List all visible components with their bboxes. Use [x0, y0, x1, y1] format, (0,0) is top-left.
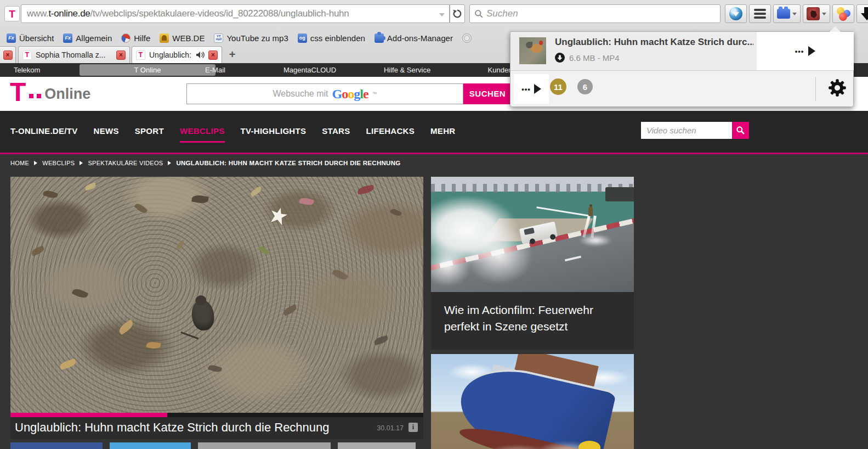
- webpage: Telekom T Online E-Mail MagentaCLOUD Hil…: [0, 63, 868, 449]
- topbar-item-magentacloud[interactable]: MagentaCLOUD: [269, 63, 351, 77]
- video-search-box[interactable]: [641, 122, 732, 139]
- bookmark-label: Allgemein: [76, 33, 112, 43]
- nav-items: T-ONLINE.DE/TV NEWS SPORT WEBCLIPS TV-HI…: [10, 126, 455, 136]
- screen: T www.t-online.de/tv/webclips/spektakula…: [0, 0, 868, 449]
- url-dropdown-icon[interactable]: [439, 13, 445, 16]
- tab-sophia-thomalla[interactable]: T Sophia Thomalla z... ×: [18, 46, 130, 63]
- logo-t-glyph: T: [10, 80, 26, 104]
- reload-button[interactable]: [450, 4, 465, 23]
- topbar-item-email[interactable]: E-Mail: [186, 63, 244, 77]
- share-facebook-button[interactable]: [10, 442, 103, 449]
- nav-item-lifehacks[interactable]: LIFEHACKS: [366, 126, 415, 136]
- ship-silhouette: [605, 187, 634, 201]
- close-tab-icon[interactable]: ×: [116, 50, 126, 60]
- bookmark-label: Add-ons-Manager: [387, 33, 453, 43]
- related-video-2-thumbnail[interactable]: [431, 354, 634, 449]
- info-icon[interactable]: i: [409, 423, 418, 432]
- queued-downloads-badge[interactable]: 6: [577, 79, 593, 94]
- share-button-gray-1[interactable]: [198, 442, 331, 449]
- browser-search-input[interactable]: [486, 5, 711, 22]
- navigation-toolbar: T www.t-online.de/tv/webclips/spektakula…: [0, 4, 868, 26]
- tab-fragment[interactable]: ×: [0, 46, 16, 63]
- related-video-1-caption[interactable]: Wie im Actionfilm: Feuerwehr perfekt in …: [431, 292, 634, 350]
- bookmark-webde[interactable]: WEB.DE: [160, 33, 205, 43]
- topbar-item-telekom[interactable]: Telekom: [14, 63, 47, 77]
- site-identity-favicon[interactable]: T: [4, 6, 20, 21]
- bookmark-addons-manager[interactable]: Add-ons-Manager: [375, 33, 453, 43]
- nav-item-sport[interactable]: SPORT: [135, 126, 164, 136]
- bookmark-globe[interactable]: [462, 33, 472, 43]
- bookmark-youtube-mp3[interactable]: YTmp3 YouTube zu mp3: [214, 33, 288, 43]
- close-tab-icon[interactable]: ×: [208, 50, 218, 60]
- breadcrumb-arrow-icon: [168, 161, 171, 165]
- play-icon: [534, 84, 541, 94]
- t-online-logo[interactable]: T Online: [10, 80, 90, 104]
- nav-item-tv[interactable]: T-ONLINE.DE/TV: [10, 126, 78, 136]
- related-video-1-thumbnail[interactable]: [431, 177, 634, 292]
- video-progress-bar[interactable]: [10, 413, 423, 417]
- share-twitter-button[interactable]: [110, 442, 191, 449]
- downloadhelper-button[interactable]: [832, 4, 854, 23]
- downloadhelper-balls-icon: [836, 7, 850, 21]
- topbar-item-hilfe-service[interactable]: Hilfe & Service: [367, 63, 447, 77]
- download-item-thumbnail: [519, 37, 546, 64]
- related-video-1-title: Wie im Actionfilm: Feuerwehr perfekt in …: [444, 302, 609, 335]
- flyboard-firefighter: [588, 207, 593, 216]
- bookmark-css-einblenden[interactable]: og css einblenden: [298, 33, 365, 43]
- download-item[interactable]: Unglaublich: Huhn macht Katze Strich dur…: [510, 32, 757, 71]
- nav-item-news[interactable]: NEWS: [94, 126, 119, 136]
- download-item-actions[interactable]: •••: [757, 32, 854, 71]
- downloads-button[interactable]: [856, 4, 868, 23]
- new-tab-button[interactable]: +: [225, 48, 240, 61]
- nav-item-mehr[interactable]: MEHR: [430, 126, 455, 136]
- hamburger-menu-icon: [754, 9, 766, 19]
- tab-unglaublich-active[interactable]: T Unglaublich: H... ×: [132, 46, 222, 63]
- browser-search-box[interactable]: [469, 4, 721, 23]
- red-addon-icon: [807, 7, 820, 20]
- bookmark-uebersicht[interactable]: Fx Übersicht: [7, 33, 54, 43]
- web-search-submit-button[interactable]: SUCHEN: [463, 83, 512, 104]
- addon-blue-button[interactable]: [773, 4, 801, 23]
- bookmark-label: css einblenden: [310, 33, 365, 43]
- web-search-box[interactable]: Websuche mit Google ™: [186, 83, 463, 104]
- google-trademark: ™: [372, 91, 377, 97]
- nav-item-stars[interactable]: STARS: [322, 126, 350, 136]
- nav-item-tv-highlights[interactable]: TV-HIGHLIGHTS: [241, 126, 307, 136]
- nav-item-webclips-active[interactable]: WEBCLIPS: [180, 126, 225, 136]
- texture-leaf: [249, 186, 263, 197]
- bookmark-hilfe[interactable]: Hilfe: [121, 33, 150, 43]
- share-button-gray-2[interactable]: [338, 442, 416, 449]
- popup-more-actions-button[interactable]: •••: [514, 74, 549, 104]
- texture-leaf: [43, 189, 59, 200]
- main-video-caption: Unglaublich: Huhn macht Katze Strich dur…: [10, 417, 423, 439]
- active-downloads-badge[interactable]: 11: [550, 78, 566, 95]
- texture-leaf: [146, 341, 162, 350]
- texture-leaf: [72, 287, 89, 300]
- video-progress-fill: [10, 413, 167, 417]
- addon-red-button[interactable]: [803, 4, 830, 23]
- websearch-placeholder: Websuche mit: [273, 89, 328, 99]
- menu-button[interactable]: [749, 4, 771, 23]
- breadcrumb-webclips[interactable]: WEBCLIPS: [42, 160, 75, 166]
- video-search-input[interactable]: [641, 122, 732, 139]
- url-domain: t-online.de: [48, 8, 90, 19]
- main-video-player[interactable]: [10, 177, 423, 413]
- breadcrumb-spektakulaere-videos[interactable]: SPEKTAKULÄRE VIDEOS: [88, 160, 163, 166]
- video-search-button[interactable]: [732, 122, 749, 139]
- close-tab-icon[interactable]: ×: [3, 50, 13, 60]
- tab-audio-icon[interactable]: [196, 51, 205, 59]
- gear-icon[interactable]: [827, 78, 847, 98]
- url-path: /tv/webclips/spektakulaere-videos/id_802…: [90, 8, 349, 19]
- texture-leaf: [332, 267, 348, 282]
- url-bar[interactable]: www.t-online.de/tv/webclips/spektakulaer…: [21, 4, 450, 23]
- og-icon: og: [298, 33, 307, 43]
- logo-suffix: Online: [44, 86, 90, 103]
- breadcrumb-home[interactable]: HOME: [10, 160, 29, 166]
- texture-leaf: [30, 245, 45, 256]
- texture-leaf: [373, 335, 389, 345]
- thunderbird-button[interactable]: [725, 4, 747, 23]
- search-icon: [736, 126, 745, 135]
- fx-icon: Fx: [7, 33, 16, 43]
- bookmark-allgemein[interactable]: Fx Allgemein: [63, 33, 112, 43]
- texture-leaf: [175, 240, 186, 250]
